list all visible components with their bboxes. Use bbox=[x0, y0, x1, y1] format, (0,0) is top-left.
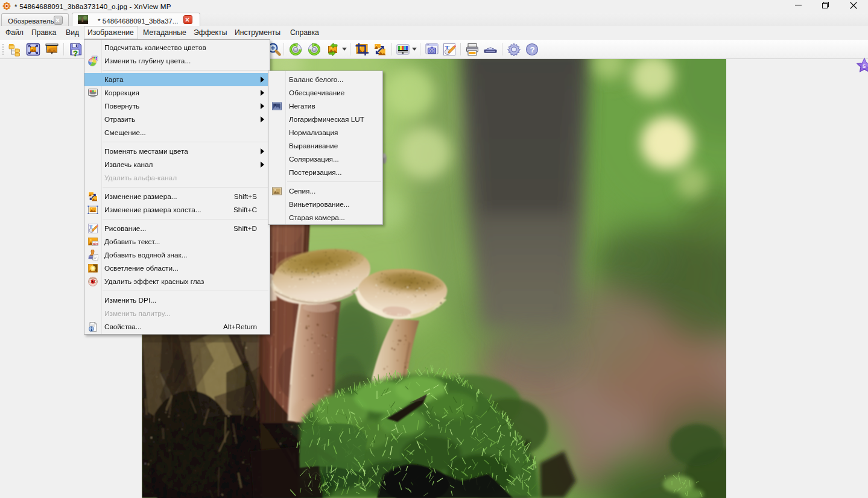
svg-text:?: ? bbox=[530, 45, 534, 54]
svg-text:?: ? bbox=[73, 49, 78, 57]
svg-text:i: i bbox=[90, 327, 92, 332]
svg-text:abc: abc bbox=[93, 242, 98, 245]
svg-text:5: 5 bbox=[863, 63, 866, 69]
